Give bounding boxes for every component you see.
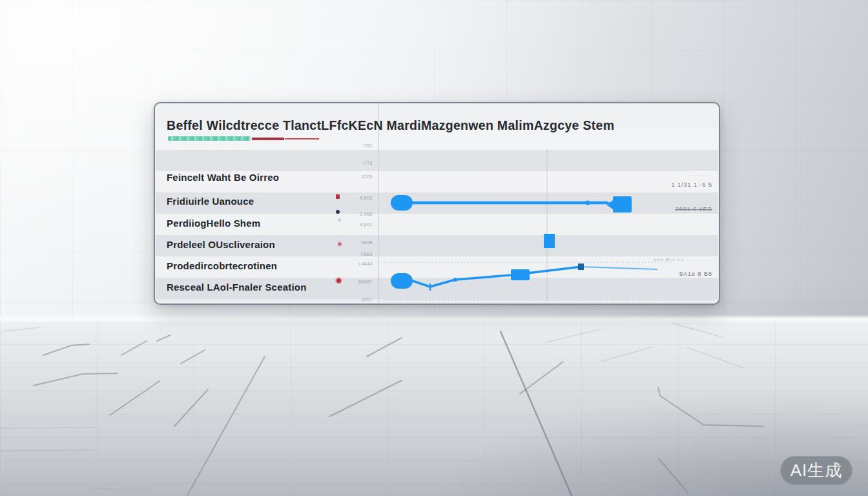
axis-tick-label: -5038: [155, 240, 373, 245]
chart-annotation: 9A1e 8 B6: [679, 271, 712, 277]
axis-tick-label: 2007: [155, 297, 373, 302]
series1-start-pill[interactable]: [391, 195, 413, 211]
series2-segment-handle[interactable]: [511, 269, 530, 280]
red-underline-thin-decoration: [285, 138, 319, 140]
axis-tick-label: 4,503: [155, 196, 373, 200]
series2-tail-line: [581, 267, 657, 269]
axis-tick-label: 2,450: [155, 212, 373, 216]
series2-line: [413, 267, 581, 287]
chart-annotation: 1 1/31 1 -5 5: [671, 181, 712, 188]
ai-watermark-badge: AI生成: [780, 456, 852, 485]
axis-tick-label: 80087: [155, 280, 373, 284]
axis-tick-label: -773: [155, 161, 373, 165]
floor-perspective-lines: [0, 321, 868, 496]
ghost-dot-marker: [338, 218, 341, 222]
axis-tick-label: 9'p01: [155, 222, 373, 227]
scene: Beffel Wilcdtrecce TlanctLFfcKEcN MardiM…: [0, 0, 868, 496]
chart-annotation: seft Brit.t.t . . . . . . .: [654, 258, 712, 262]
chart-annotation: 2021.6.1ED: [675, 206, 712, 212]
axis-tick-label: -751: [155, 143, 373, 148]
ai-watermark-label: AI生成: [790, 459, 843, 482]
mid-bar[interactable]: [544, 234, 555, 248]
teal-underline-decoration: [168, 136, 251, 141]
series1-end-handle[interactable]: [613, 196, 632, 212]
series2-start-pill[interactable]: [391, 273, 413, 289]
axis-tick-label: L4444: [155, 262, 373, 266]
series2-dark-point: [578, 264, 584, 270]
horizon-line: [0, 315, 868, 322]
axis-tick-label: F583: [155, 252, 373, 256]
floor: [0, 321, 868, 496]
dashboard-panel: Beffel Wilcdtrecce TlanctLFfcKEcN MardiM…: [154, 102, 720, 305]
chart-annotation: - ‐ - ‐ - -: [688, 173, 712, 177]
axis-tick-label: 1203: [155, 174, 373, 179]
series2-point: [453, 278, 457, 282]
red-underline-decoration: [252, 138, 284, 140]
panel-title: Beffel Wilcdtrecce TlanctLFfcKEcN MardiM…: [167, 118, 614, 133]
series1-point: [586, 201, 590, 205]
